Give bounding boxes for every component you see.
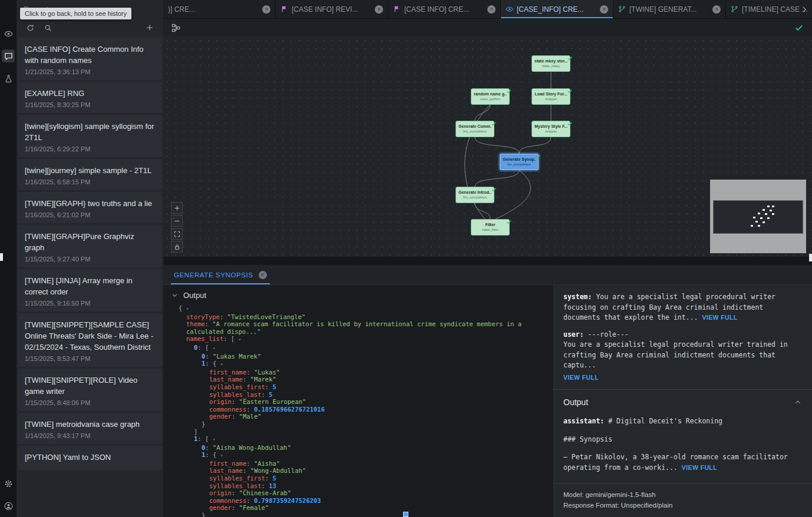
- resize-handle[interactable]: [403, 512, 408, 517]
- graph-node[interactable]: random name g...exec_python: [471, 88, 510, 105]
- auto-layout-button[interactable]: [171, 24, 180, 32]
- json-token: "A romance scam facilitator is killed by…: [186, 320, 525, 335]
- divider-handle-right[interactable]: [809, 254, 812, 261]
- assistant-body: — Petar Nikolov, a 38-year-old romance s…: [563, 453, 788, 472]
- panel-resize-divider[interactable]: [163, 257, 812, 265]
- assistant-body-line: — Petar Nikolov, a 38-year-old romance s…: [563, 452, 801, 473]
- node-title: Load Story For...: [534, 91, 567, 97]
- rail-item-settings[interactable]: [2, 477, 15, 490]
- sidebar-toolbar: [16, 19, 163, 37]
- rail-item-experiments[interactable]: [2, 72, 15, 85]
- assistant-subheading: ### Synopsis: [563, 435, 801, 445]
- editor-tab[interactable]: [TWINE] GENERAT...: [613, 0, 726, 18]
- prompt-list-item[interactable]: [TWINE][GRAPH} two truths and a lie1/16/…: [18, 192, 162, 223]
- json-line: }: [179, 420, 552, 428]
- flag-icon: [280, 5, 288, 13]
- close-icon[interactable]: [600, 5, 608, 14]
- check-icon: [567, 118, 573, 124]
- json-token: 5: [269, 391, 272, 398]
- message-text: You are a specialist legal procedural wr…: [563, 340, 788, 369]
- tab-label: )] CRE...: [168, 5, 259, 14]
- zoom-out-icon: [174, 218, 180, 224]
- fit-view-button[interactable]: [171, 228, 183, 240]
- editor-tab[interactable]: )] CRE...: [163, 0, 276, 18]
- prompt-list-item[interactable]: [TWINE][GRAPH]Pure Graphviz graph1/15/20…: [18, 225, 162, 267]
- close-icon[interactable]: [712, 5, 721, 14]
- graph-node[interactable]: Generate Introd...llm_completion: [455, 187, 494, 203]
- divider-handle-left[interactable]: [0, 253, 3, 261]
- prompt-list-item[interactable]: [TWINE] [JINJA] Array merge in correct o…: [18, 269, 162, 311]
- tabs-overflow-button[interactable]: [800, 5, 808, 14]
- prompt-timestamp: 1/16/2025, 6:29:22 PM: [25, 145, 155, 153]
- gear-icon: [4, 479, 13, 488]
- prompts-sidebar: Prompts [CASE INFO] Create Common Info w…: [16, 0, 163, 517]
- chat-icon: [4, 52, 13, 61]
- prompt-list-item[interactable]: [EXAMPLE] RNG1/16/2025, 8:30:25 PM: [18, 82, 162, 113]
- zoom-in-button[interactable]: [171, 202, 183, 214]
- canvas-toolbar: [163, 19, 812, 37]
- editor-tab[interactable]: [CASE INFO] REVI...: [276, 0, 388, 18]
- json-line: names_list: [ ▾: [179, 335, 552, 344]
- rail-item-account[interactable]: [2, 499, 15, 512]
- prompt-list-item[interactable]: [TWINE] metroidvania case graph1/14/2025…: [18, 413, 162, 444]
- json-line: storyType: "TwistedLoveTriangle": [179, 313, 552, 321]
- graph-node[interactable]: Load Story For...snippet: [532, 88, 570, 105]
- json-token: :: [205, 353, 213, 360]
- prompt-list-item[interactable]: [TWINE][SNIPPET][SAMPLE CASE] Online Thr…: [18, 313, 162, 367]
- check-icon: [506, 219, 512, 225]
- editor-tab[interactable]: [CASE_INFO] CRE...: [501, 0, 613, 18]
- json-line: 1: { ▾: [179, 451, 552, 460]
- zoom-out-button[interactable]: [171, 215, 183, 227]
- check-icon: [506, 86, 512, 92]
- minimap-node: [751, 225, 753, 227]
- view-full-link[interactable]: VIEW FULL: [702, 314, 737, 321]
- close-icon[interactable]: [259, 271, 267, 279]
- prompt-list-item[interactable]: [TWINE][SNIPPET][ROLE] Video game writer…: [18, 369, 162, 411]
- close-icon[interactable]: [262, 5, 270, 14]
- prompt-list-item[interactable]: [CASE INFO] Create Common Info with rand…: [18, 38, 162, 80]
- prompt-list-item[interactable]: [PYTHON] Yaml to JSON: [18, 446, 162, 470]
- refresh-button[interactable]: [25, 22, 35, 33]
- lock-button[interactable]: [171, 241, 183, 253]
- graph-node[interactable]: Generate Synop...llm_completion: [500, 154, 539, 170]
- panel-tab-label: GENERATE SYNOPSIS: [174, 271, 253, 279]
- view-full-link[interactable]: VIEW FULL: [682, 464, 717, 471]
- graph-canvas[interactable]: state mkey stor...state_mkeyrandom name …: [163, 37, 812, 257]
- json-token: :: [243, 467, 250, 474]
- json-line: last_name: "Wong-Abdullah": [179, 467, 552, 475]
- minimap-node: [753, 217, 755, 218]
- plus-icon: [146, 24, 154, 32]
- editor-tab[interactable]: [TIMELINE] CASE ...: [726, 0, 812, 18]
- editor-tab[interactable]: [CASE INFO] CRE...: [388, 0, 501, 18]
- new-prompt-button[interactable]: [144, 22, 155, 33]
- rail-item-prompts[interactable]: [2, 49, 15, 62]
- graph-node[interactable]: Generate Comm...llm_completion: [455, 121, 494, 137]
- json-line: 0: "Aisha Wong-Abdullah": [179, 444, 552, 452]
- node-subtitle: state_filter: [474, 227, 507, 232]
- check-icon: [567, 55, 573, 61]
- node-subtitle: snippet: [534, 97, 567, 101]
- output-section-header[interactable]: Output: [171, 291, 552, 300]
- graph-node[interactable]: Filterstate_filter: [471, 219, 510, 236]
- model-name: Model: gemini/gemini-1.5-flash: [563, 489, 801, 500]
- close-x-icon: [377, 7, 381, 11]
- prompt-list-item[interactable]: [twine][journey] simple sample - 2T1L1/1…: [18, 159, 162, 190]
- prompt-title: [TWINE][SNIPPET][ROLE] Video game writer: [25, 375, 155, 397]
- json-line: }: [179, 512, 552, 517]
- chevron-up-icon[interactable]: [794, 399, 801, 406]
- prompt-list-item[interactable]: [twine][syllogism] sample syllogism for …: [18, 115, 162, 157]
- search-button[interactable]: [42, 22, 53, 33]
- refresh-icon: [27, 24, 34, 32]
- minimap-node: [772, 206, 774, 207]
- close-icon[interactable]: [487, 5, 496, 14]
- node-subtitle: llm_completion: [458, 129, 491, 134]
- graph-node[interactable]: state mkey stor...state_mkey: [532, 55, 570, 72]
- panel-tab-generate-synopsis[interactable]: GENERATE SYNOPSIS: [171, 265, 270, 284]
- close-icon[interactable]: [375, 5, 383, 14]
- minimap[interactable]: [710, 180, 806, 253]
- graph-node[interactable]: Mystery Style F...snippet: [532, 121, 570, 137]
- model-info: Model: gemini/gemini-1.5-flash Response …: [553, 483, 812, 517]
- search-icon: [44, 24, 52, 32]
- view-full-link[interactable]: VIEW FULL: [563, 374, 599, 381]
- rail-item-preview[interactable]: [2, 27, 15, 40]
